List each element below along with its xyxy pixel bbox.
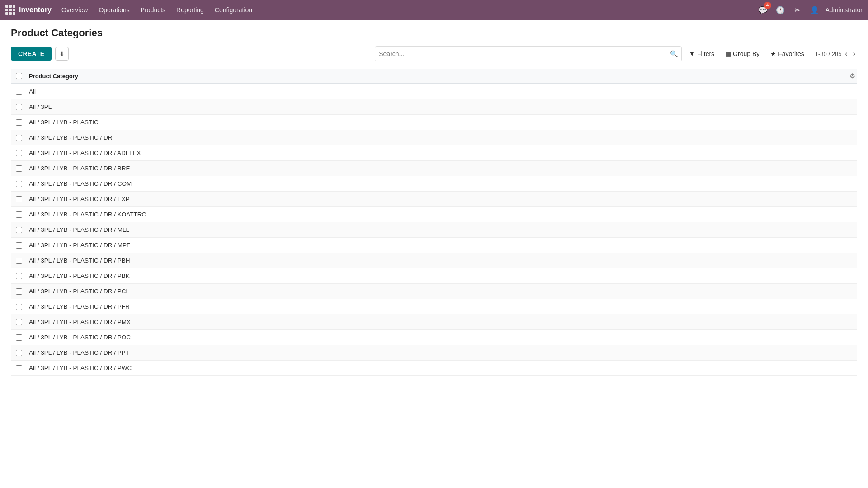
pagination-prev[interactable]: ‹ xyxy=(843,49,849,59)
navbar: Inventory Overview Operations Products R… xyxy=(0,0,868,20)
row-checkbox[interactable] xyxy=(16,211,22,218)
user-icon[interactable]: 👤 xyxy=(808,4,821,16)
row-checkbox-col[interactable] xyxy=(11,258,27,264)
table-row[interactable]: All / 3PL / LYB - PLASTIC / DR / POC xyxy=(11,330,857,345)
row-checkbox-col[interactable] xyxy=(11,227,27,233)
row-checkbox-col[interactable] xyxy=(11,288,27,295)
create-button[interactable]: CREATE xyxy=(11,47,52,61)
row-checkbox[interactable] xyxy=(16,288,22,295)
header-checkbox-col[interactable] xyxy=(11,73,27,79)
nav-reporting[interactable]: Reporting xyxy=(172,4,208,16)
row-checkbox[interactable] xyxy=(16,135,22,141)
row-category-name: All / 3PL / LYB - PLASTIC / DR / COM xyxy=(27,180,857,187)
list-header: Product Category ⚙ xyxy=(11,69,857,84)
row-checkbox[interactable] xyxy=(16,365,22,371)
main-content: Product Categories CREATE ⬇ 🔍 ▼ Filters … xyxy=(0,20,868,383)
export-button[interactable]: ⬇ xyxy=(55,47,69,61)
search-input[interactable] xyxy=(379,50,670,57)
table-row[interactable]: All / 3PL / LYB - PLASTIC / DR / PPT xyxy=(11,345,857,361)
row-checkbox-col[interactable] xyxy=(11,196,27,202)
select-all-checkbox[interactable] xyxy=(16,73,22,79)
product-category-list: All All / 3PL All / 3PL / LYB - PLASTIC … xyxy=(11,84,857,376)
row-checkbox[interactable] xyxy=(16,304,22,310)
nav-configuration[interactable]: Configuration xyxy=(210,4,257,16)
row-checkbox[interactable] xyxy=(16,181,22,187)
filter-icon: ▼ xyxy=(689,50,695,57)
row-checkbox[interactable] xyxy=(16,165,22,172)
pagination-next[interactable]: › xyxy=(851,49,857,59)
nav-products[interactable]: Products xyxy=(136,4,170,16)
row-checkbox[interactable] xyxy=(16,242,22,249)
row-checkbox-col[interactable] xyxy=(11,273,27,279)
grid-icon xyxy=(5,5,15,15)
row-checkbox-col[interactable] xyxy=(11,304,27,310)
row-checkbox[interactable] xyxy=(16,119,22,126)
table-row[interactable]: All / 3PL / LYB - PLASTIC / DR / PBK xyxy=(11,268,857,284)
group-by-button[interactable]: ▦ Group By xyxy=(722,47,763,60)
nav-operations[interactable]: Operations xyxy=(94,4,134,16)
table-row[interactable]: All / 3PL / LYB - PLASTIC / DR / PMX xyxy=(11,314,857,330)
row-checkbox-col[interactable] xyxy=(11,181,27,187)
table-row[interactable]: All / 3PL / LYB - PLASTIC / DR / PCL xyxy=(11,284,857,299)
table-row[interactable]: All / 3PL xyxy=(11,99,857,115)
row-checkbox-col[interactable] xyxy=(11,119,27,126)
table-row[interactable]: All / 3PL / LYB - PLASTIC / DR / MLL xyxy=(11,222,857,238)
row-checkbox[interactable] xyxy=(16,319,22,325)
row-checkbox[interactable] xyxy=(16,258,22,264)
table-row[interactable]: All / 3PL / LYB - PLASTIC / DR / MPF xyxy=(11,238,857,253)
clock-icon[interactable]: 🕐 xyxy=(774,4,787,16)
download-icon: ⬇ xyxy=(59,50,65,57)
row-checkbox-col[interactable] xyxy=(11,242,27,249)
row-checkbox[interactable] xyxy=(16,350,22,356)
table-row[interactable]: All / 3PL / LYB - PLASTIC / DR / EXP xyxy=(11,192,857,207)
row-category-name: All / 3PL / LYB - PLASTIC / DR / PMX xyxy=(27,319,857,325)
row-category-name: All / 3PL xyxy=(27,103,857,110)
row-checkbox-col[interactable] xyxy=(11,135,27,141)
row-checkbox-col[interactable] xyxy=(11,211,27,218)
row-checkbox[interactable] xyxy=(16,227,22,233)
row-category-name: All / 3PL / LYB - PLASTIC / DR / BRE xyxy=(27,165,857,172)
filters-button[interactable]: ▼ Filters xyxy=(685,47,718,60)
table-row[interactable]: All / 3PL / LYB - PLASTIC / DR / PWC xyxy=(11,361,857,376)
row-category-name: All / 3PL / LYB - PLASTIC / DR / PBH xyxy=(27,257,857,264)
row-checkbox-col[interactable] xyxy=(11,89,27,95)
row-category-name: All / 3PL / LYB - PLASTIC / DR / PWC xyxy=(27,365,857,371)
column-header-product-category: Product Category xyxy=(27,73,849,80)
toolbar: CREATE ⬇ 🔍 ▼ Filters ▦ Group By ★ Favori… xyxy=(11,46,857,61)
row-checkbox[interactable] xyxy=(16,273,22,279)
row-checkbox[interactable] xyxy=(16,150,22,156)
row-checkbox-col[interactable] xyxy=(11,319,27,325)
table-row[interactable]: All / 3PL / LYB - PLASTIC / DR / COM xyxy=(11,176,857,192)
chat-badge: 4 xyxy=(764,2,771,9)
username[interactable]: Administrator xyxy=(826,6,863,14)
table-row[interactable]: All xyxy=(11,84,857,99)
row-checkbox[interactable] xyxy=(16,196,22,202)
row-checkbox[interactable] xyxy=(16,89,22,95)
group-by-label: Group By xyxy=(733,50,760,57)
table-row[interactable]: All / 3PL / LYB - PLASTIC / DR / KOATTRO xyxy=(11,207,857,222)
app-brand[interactable]: Inventory xyxy=(5,5,52,15)
column-settings-icon[interactable]: ⚙ xyxy=(849,72,855,80)
settings-icon[interactable]: ✂ xyxy=(791,4,804,16)
favorites-button[interactable]: ★ Favorites xyxy=(767,47,808,60)
row-checkbox[interactable] xyxy=(16,104,22,110)
row-category-name: All / 3PL / LYB - PLASTIC / DR / MLL xyxy=(27,226,857,233)
table-row[interactable]: All / 3PL / LYB - PLASTIC / DR / PFR xyxy=(11,299,857,314)
table-row[interactable]: All / 3PL / LYB - PLASTIC / DR / PBH xyxy=(11,253,857,268)
filters-label: Filters xyxy=(697,50,714,57)
table-row[interactable]: All / 3PL / LYB - PLASTIC xyxy=(11,115,857,130)
table-row[interactable]: All / 3PL / LYB - PLASTIC / DR xyxy=(11,130,857,145)
row-checkbox-col[interactable] xyxy=(11,365,27,371)
table-row[interactable]: All / 3PL / LYB - PLASTIC / DR / BRE xyxy=(11,161,857,176)
row-category-name: All / 3PL / LYB - PLASTIC / DR / KOATTRO xyxy=(27,211,857,218)
row-checkbox[interactable] xyxy=(16,334,22,341)
nav-overview[interactable]: Overview xyxy=(57,4,92,16)
chat-icon[interactable]: 💬 4 xyxy=(757,4,769,16)
row-checkbox-col[interactable] xyxy=(11,104,27,110)
row-category-name: All / 3PL / LYB - PLASTIC / DR / PBK xyxy=(27,272,857,279)
row-checkbox-col[interactable] xyxy=(11,165,27,172)
table-row[interactable]: All / 3PL / LYB - PLASTIC / DR / ADFLEX xyxy=(11,145,857,161)
row-checkbox-col[interactable] xyxy=(11,334,27,341)
row-checkbox-col[interactable] xyxy=(11,150,27,156)
row-checkbox-col[interactable] xyxy=(11,350,27,356)
